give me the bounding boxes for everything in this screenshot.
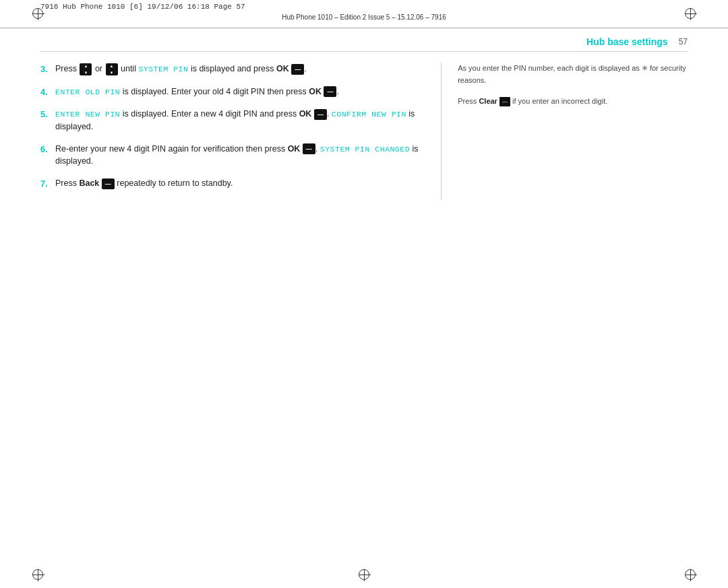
page-header: 7916 Hub Phone 1010 [6] 19/12/06 16:18 P… bbox=[0, 0, 728, 28]
side-note-1-text: As you enter the PIN number, each digit … bbox=[458, 64, 686, 84]
lcd-system-pin-changed: SYSTEM PIN CHANGED bbox=[320, 145, 410, 154]
header-top-text: 7916 Hub Phone 1010 [6] 19/12/06 16:18 P… bbox=[40, 3, 245, 11]
nav-down-icon bbox=[106, 63, 118, 75]
ok-label-4: OK bbox=[309, 87, 322, 96]
lcd-enter-old-pin: ENTER OLD PIN bbox=[55, 88, 120, 96]
ok-button-6: — bbox=[303, 143, 315, 154]
step-7: 7. Press Back — repeatedly to return to … bbox=[40, 177, 427, 191]
nav-up-icon bbox=[80, 63, 92, 75]
step-5: 5. ENTER NEW PIN is displayed. Enter a n… bbox=[40, 108, 427, 133]
ok-button-4: — bbox=[324, 86, 336, 97]
lcd-enter-new-pin: ENTER NEW PIN bbox=[55, 110, 120, 119]
step-6-number: 6. bbox=[40, 143, 55, 168]
back-button: — bbox=[102, 178, 115, 189]
reg-mark-br bbox=[685, 569, 696, 580]
title-bar: Hub base settings 57 bbox=[40, 28, 688, 52]
step-6-content: Re-enter your new 4 digit PIN again for … bbox=[55, 143, 427, 168]
side-column: As you enter the PIN number, each digit … bbox=[442, 63, 688, 200]
ok-button-5: — bbox=[314, 109, 327, 120]
header-sub-text: Hub Phone 1010 – Edition 2 Issue 5 – 15.… bbox=[282, 13, 446, 21]
back-label: Back bbox=[79, 178, 99, 188]
side-note-2-suffix: if you enter an incorrect digit. bbox=[512, 97, 607, 105]
ok-label-6: OK bbox=[288, 144, 301, 154]
side-note-2-prefix: Press bbox=[458, 97, 479, 105]
step-4-content: ENTER OLD PIN is displayed. Enter your o… bbox=[55, 86, 427, 99]
page-title: Hub base settings bbox=[586, 36, 668, 47]
step-6: 6. Re-enter your new 4 digit PIN again f… bbox=[40, 143, 427, 168]
ok-button-3: — bbox=[291, 64, 304, 75]
step-3-number: 3. bbox=[40, 63, 55, 76]
step-7-number: 7. bbox=[40, 177, 55, 191]
step-5-content: ENTER NEW PIN is displayed. Enter a new … bbox=[55, 108, 427, 133]
clear-button-icon: — bbox=[499, 97, 510, 106]
main-column: 3. Press or until SYSTEM PIN is displaye… bbox=[40, 63, 442, 200]
side-note-2: Press Clear — if you enter an incorrect … bbox=[458, 96, 688, 108]
page-number: 57 bbox=[679, 37, 688, 46]
step-3: 3. Press or until SYSTEM PIN is displaye… bbox=[40, 63, 427, 76]
lcd-system-pin: SYSTEM PIN bbox=[138, 65, 188, 73]
ok-label-3: OK bbox=[276, 64, 289, 73]
step-4: 4. ENTER OLD PIN is displayed. Enter you… bbox=[40, 86, 427, 99]
reg-mark-bl bbox=[32, 569, 43, 580]
side-note-1: As you enter the PIN number, each digit … bbox=[458, 63, 688, 86]
step-5-number: 5. bbox=[40, 108, 55, 133]
ok-label-5: OK bbox=[299, 109, 312, 119]
page-content: Hub base settings 57 3. Press or until S… bbox=[40, 28, 688, 561]
reg-mark-bc bbox=[359, 569, 369, 580]
step-4-number: 4. bbox=[40, 86, 55, 99]
lcd-confirm-new-pin: CONFIRM NEW PIN bbox=[332, 110, 406, 119]
step-7-content: Press Back — repeatedly to return to sta… bbox=[55, 177, 427, 191]
step-3-content: Press or until SYSTEM PIN is displayed a… bbox=[55, 63, 427, 76]
clear-label: Clear bbox=[479, 97, 497, 105]
content-columns: 3. Press or until SYSTEM PIN is displaye… bbox=[40, 63, 688, 200]
